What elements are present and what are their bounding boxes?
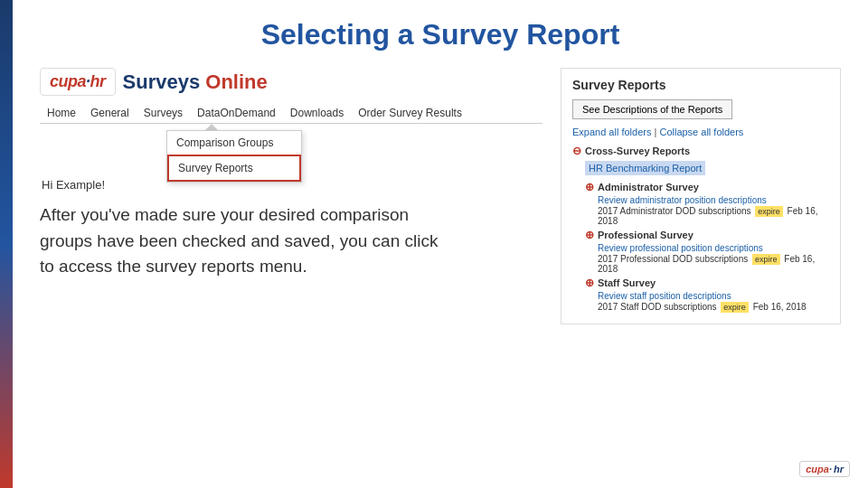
minus-icon: ⊖ (572, 145, 581, 157)
dropdown-menu: Comparison Groups Survey Reports (166, 130, 302, 183)
nav-downloads[interactable]: Downloads (283, 103, 351, 123)
admin-survey-header: ⊕ Administrator Survey (585, 181, 829, 193)
plus-icon-staff: ⊕ (585, 277, 594, 289)
professional-link-item: Review professional position description… (598, 243, 829, 253)
page-title: Selecting a Survey Report (40, 18, 841, 52)
staff-expire-date: Feb 16, 2018 (753, 302, 807, 312)
logo-cupa-text: cupa·hr (50, 72, 106, 91)
staff-survey-label: Staff Survey (598, 277, 656, 288)
admin-survey-label: Administrator Survey (598, 182, 699, 192)
staff-survey-folder: ⊕ Staff Survey Review staff position des… (585, 277, 829, 312)
professional-survey-header: ⊕ Professional Survey (585, 229, 829, 241)
hr-benchmarking-link[interactable]: HR Benchmarking Report (585, 161, 705, 175)
survey-reports-panel: Survey Reports See Descriptions of the R… (561, 68, 841, 324)
staff-position-link[interactable]: Review staff position descriptions (598, 291, 731, 301)
staff-link-item: Review staff position descriptions (598, 291, 829, 301)
admin-survey-folder: ⊕ Administrator Survey Review administra… (585, 181, 829, 226)
plus-icon-admin: ⊕ (585, 181, 594, 193)
hr-bench-item: HR Benchmarking Report (585, 161, 829, 175)
cross-survey-section: ⊖ Cross-Survey Reports HR Benchmarking R… (572, 145, 829, 175)
admin-expire-badge: expire (755, 206, 783, 217)
nav-home[interactable]: Home (40, 103, 83, 123)
cupa-hr-logo-box: cupa·hr (40, 68, 116, 96)
expand-all-link[interactable]: Expand all folders (572, 127, 651, 137)
nav-order-survey-results[interactable]: Order Survey Results (351, 103, 469, 123)
professional-expire-badge: expire (752, 254, 780, 265)
left-column: cupa·hr Surveys Online Home General Surv… (40, 68, 542, 280)
staff-subscription-text: 2017 Staff DOD subscriptions (598, 302, 717, 312)
nav-general[interactable]: General (83, 103, 137, 123)
staff-survey-header: ⊕ Staff Survey (585, 277, 829, 289)
cross-survey-header: ⊖ Cross-Survey Reports (572, 145, 829, 157)
bottom-hr-text: hr (834, 464, 844, 474)
professional-survey-label: Professional Survey (598, 230, 693, 240)
nav-surveys[interactable]: Surveys (137, 103, 190, 123)
dropdown-item-survey-reports[interactable]: Survey Reports (167, 155, 301, 182)
logo-surveys-text: Surveys Online (123, 70, 268, 94)
admin-subscription-item: 2017 Administrator DOD subscriptions exp… (598, 206, 829, 226)
panel-title: Survey Reports (572, 78, 829, 92)
collapse-all-link[interactable]: Collapse all folders (659, 127, 743, 137)
plus-icon-professional: ⊕ (585, 229, 594, 241)
bottom-cupa-text: cupa· (806, 464, 832, 474)
content-columns: cupa·hr Surveys Online Home General Surv… (40, 68, 841, 324)
staff-subscription-item: 2017 Staff DOD subscriptions expire Feb … (598, 302, 829, 312)
professional-survey-folder: ⊕ Professional Survey Review professiona… (585, 229, 829, 274)
bottom-logo: cupa· hr (799, 461, 850, 477)
right-column: Survey Reports See Descriptions of the R… (561, 68, 841, 324)
admin-link-item: Review administrator position descriptio… (598, 195, 829, 205)
nav-bar: Home General Surveys DataOnDemand Downlo… (40, 103, 542, 124)
staff-expire-badge: expire (721, 302, 749, 313)
main-content: Selecting a Survey Report cupa·hr Survey… (13, 0, 868, 488)
logo-area: cupa·hr Surveys Online (40, 68, 542, 96)
expand-links: Expand all folders | Collapse all folder… (572, 127, 829, 137)
bottom-logo-box: cupa· hr (799, 461, 850, 477)
professional-subscription-item: 2017 Professional DOD subscriptions expi… (598, 254, 829, 274)
nav-dataondemand[interactable]: DataOnDemand (190, 103, 283, 123)
professional-position-link[interactable]: Review professional position description… (598, 243, 763, 253)
admin-subscription-text: 2017 Administrator DOD subscriptions (598, 206, 751, 216)
left-accent-bar (0, 0, 13, 488)
see-descriptions-button[interactable]: See Descriptions of the Reports (572, 99, 732, 119)
dropdown-item-comparison-groups[interactable]: Comparison Groups (167, 131, 301, 155)
body-text: After you've made sure your desired comp… (40, 202, 456, 280)
admin-position-link[interactable]: Review administrator position descriptio… (598, 195, 767, 205)
professional-subscription-text: 2017 Professional DOD subscriptions (598, 254, 748, 264)
cross-survey-label: Cross-Survey Reports (585, 145, 690, 156)
